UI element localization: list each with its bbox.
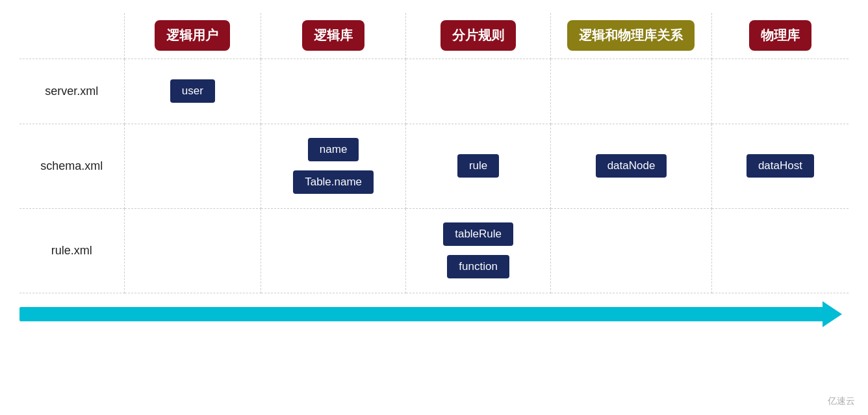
badge-logical-user: 逻辑用户 — [155, 20, 230, 51]
cell-server-relation — [551, 59, 712, 124]
header-empty — [19, 13, 124, 59]
cell-rule-shard-rule: tableRule function — [406, 208, 551, 293]
cell-rule-relation — [551, 208, 712, 293]
row-schema-xml: schema.xml name Table.name rule dataNode… — [19, 124, 849, 208]
cell-rule-physical-db — [711, 208, 849, 293]
cell-server-logical-user: user — [124, 59, 261, 124]
stack-schema-logical-db: name Table.name — [261, 136, 405, 196]
cell-server-physical-db — [711, 59, 849, 124]
badge-user: user — [170, 79, 215, 103]
label-server-xml: server.xml — [19, 59, 124, 124]
header-physical-db: 物理库 — [711, 13, 849, 59]
badge-datanode: dataNode — [596, 154, 667, 178]
cell-server-shard-rule — [406, 59, 551, 124]
badge-datahost: dataHost — [747, 154, 814, 178]
arrow-line — [19, 307, 823, 321]
badge-shard-rule: 分片规则 — [440, 20, 516, 51]
label-schema-xml: schema.xml — [19, 124, 124, 208]
cell-schema-shard-rule: rule — [406, 124, 551, 208]
header-row: 逻辑用户 逻辑库 分片规则 逻辑和物理库关系 物理库 — [19, 13, 849, 59]
cell-rule-logical-user — [124, 208, 261, 293]
row-server-xml: server.xml user — [19, 59, 849, 124]
badge-function: function — [447, 255, 509, 278]
cell-rule-logical-db — [261, 208, 406, 293]
header-shard-rule: 分片规则 — [406, 13, 551, 59]
direction-arrow — [19, 307, 842, 321]
badge-name: name — [308, 138, 359, 161]
diagram-table: 逻辑用户 逻辑库 分片规则 逻辑和物理库关系 物理库 server.xml — [19, 13, 849, 328]
cell-schema-logical-user — [124, 124, 261, 208]
arrow-row — [19, 293, 849, 328]
header-relation: 逻辑和物理库关系 — [551, 13, 712, 59]
badge-physical-db: 物理库 — [749, 20, 811, 51]
header-logical-db: 逻辑库 — [261, 13, 406, 59]
watermark: 亿速云 — [828, 395, 855, 407]
main-container: 逻辑用户 逻辑库 分片规则 逻辑和物理库关系 物理库 server.xml — [0, 0, 868, 415]
cell-schema-relation: dataNode — [551, 124, 712, 208]
badge-tablerule: tableRule — [443, 222, 513, 246]
header-logical-user: 逻辑用户 — [124, 13, 261, 59]
cell-schema-logical-db: name Table.name — [261, 124, 406, 208]
badge-relation: 逻辑和物理库关系 — [567, 20, 695, 51]
label-rule-xml: rule.xml — [19, 208, 124, 293]
badge-logical-db: 逻辑库 — [302, 20, 364, 51]
row-rule-xml: rule.xml tableRule function — [19, 208, 849, 293]
badge-table-name: Table.name — [293, 170, 374, 194]
badge-rule: rule — [457, 154, 499, 178]
arrow-head — [823, 301, 842, 327]
cell-server-logical-db — [261, 59, 406, 124]
stack-rule-shard: tableRule function — [406, 221, 550, 280]
cell-schema-physical-db: dataHost — [711, 124, 849, 208]
